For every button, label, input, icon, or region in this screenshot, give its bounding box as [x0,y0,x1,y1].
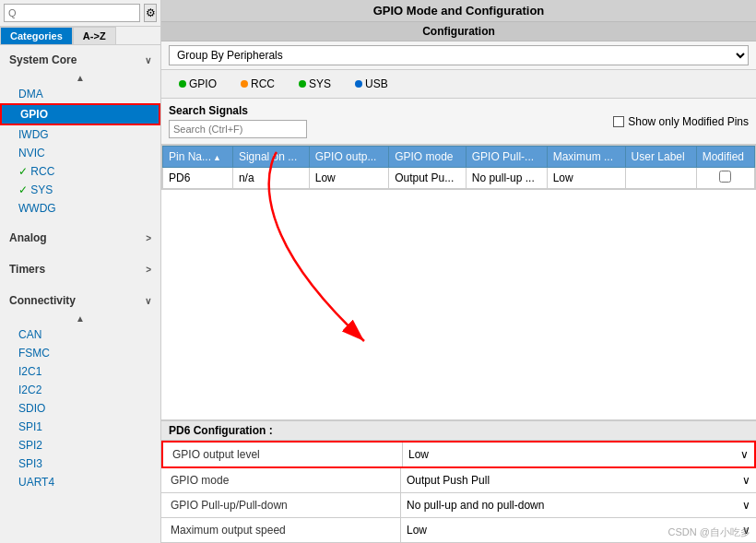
peripheral-select[interactable]: Group By Peripherals [169,45,749,65]
category-timers[interactable]: Timers > [0,258,160,280]
sidebar-item-i2c1[interactable]: I2C1 [0,362,160,381]
config-row-gpio-output: GPIO output level Low ∨ [161,441,756,468]
peripheral-row: Group By Peripherals [161,41,756,70]
col-gpio-pull[interactable]: GPIO Pull-... [466,147,547,168]
scroll-up-icon: ▲ [0,71,160,85]
tab-rcc[interactable]: RCC [230,74,285,94]
category-label: System Core [9,53,77,66]
modified-pins-checkbox[interactable] [613,116,624,127]
table-row[interactable]: PD6 n/a Low Output Pu... No pull-up ... … [163,168,755,189]
config-value-gpio-output[interactable]: Low ∨ [403,444,754,465]
chevron-right-icon: > [146,233,151,243]
gpio-output-value: Low [408,448,429,461]
category-system-core[interactable]: System Core ∨ [0,49,160,71]
col-gpio-output[interactable]: GPIO outp... [309,147,388,168]
modified-pins-label: Show only Modified Pins [628,115,749,128]
cell-gpio-pull: No pull-up ... [466,168,547,189]
max-speed-value: Low [407,524,427,537]
cell-pin: PD6 [163,168,233,189]
config-label-gpio-output: GPIO output level [163,443,403,466]
rcc-dot [241,80,248,88]
tab-usb[interactable]: USB [345,74,398,94]
scroll-up-icon: ▲ [0,312,160,325]
sys-dot [299,80,306,88]
chevron-down-icon: ∨ [742,499,750,512]
category-label: Timers [9,263,45,276]
config-row-gpio-mode: GPIO mode Output Push Pull ∨ [161,468,756,493]
config-label-gpio-pull: GPIO Pull-up/Pull-down [161,493,401,517]
search-signals-left: Search Signals [169,104,307,138]
col-gpio-mode[interactable]: GPIO mode [389,147,467,168]
search-input[interactable] [4,4,140,22]
config-row-gpio-pull: GPIO Pull-up/Pull-down No pull-up and no… [161,493,756,518]
main-content: GPIO Mode and Configuration Configuratio… [161,0,756,543]
sidebar-item-spi1[interactable]: SPI1 [0,418,160,436]
watermark: CSDN @自小吃多 [668,525,750,539]
gpio-mode-value: Output Push Pull [407,474,490,487]
sidebar-item-spi2[interactable]: SPI2 [0,436,160,454]
col-signal-on[interactable]: Signal on ... [232,147,309,168]
modified-row-checkbox[interactable] [719,171,731,183]
usb-dot [355,80,362,88]
pd6-config-header: PD6 Configuration : [161,419,756,441]
cell-gpio-output: Low [309,168,388,189]
table-header-row: Pin Na...▲ Signal on ... GPIO outp... GP… [163,147,755,168]
gpio-dot [179,80,186,88]
chevron-right-icon: > [146,265,151,275]
config-table: GPIO output level Low ∨ GPIO mode Output… [161,441,756,543]
tab-gpio[interactable]: GPIO [169,74,227,94]
sidebar-item-nvic[interactable]: NVIC [0,144,160,162]
tab-sys-label: SYS [309,77,331,90]
modified-pins-check: Show only Modified Pins [613,115,749,128]
config-label-gpio-mode: GPIO mode [161,468,401,492]
gpio-table-container: Pin Na...▲ Signal on ... GPIO outp... GP… [161,145,756,190]
sidebar-item-sys[interactable]: SYS [0,181,160,199]
tab-atoz[interactable]: A->Z [73,27,116,44]
chevron-down-icon: ∨ [740,448,749,461]
sidebar-item-gpio[interactable]: GPIO [0,103,160,125]
sidebar-item-dma[interactable]: DMA [0,85,160,103]
tab-categories[interactable]: Categories [0,27,73,44]
sidebar-item-can[interactable]: CAN [0,325,160,344]
search-signals-label: Search Signals [169,104,307,117]
config-label-max-speed: Maximum output speed [161,518,401,542]
col-maximum[interactable]: Maximum ... [547,147,625,168]
page-title: GPIO Mode and Configuration [161,0,756,22]
gpio-table: Pin Na...▲ Signal on ... GPIO outp... GP… [162,146,755,189]
sidebar-item-i2c2[interactable]: I2C2 [0,381,160,399]
sidebar-item-spi3[interactable]: SPI3 [0,454,160,473]
col-modified[interactable]: Modified [696,147,754,168]
config-label: Configuration [161,22,756,41]
sidebar-item-sdio[interactable]: SDIO [0,399,160,418]
sidebar-content: System Core ∨ ▲ DMA GPIO IWDG NVIC RCC S… [0,45,160,543]
tab-rcc-label: RCC [251,77,275,90]
category-connectivity[interactable]: Connectivity ∨ [0,289,160,312]
col-pin-name[interactable]: Pin Na...▲ [163,147,233,168]
config-value-gpio-mode[interactable]: Output Push Pull ∨ [401,470,756,490]
col-user-label[interactable]: User Label [625,147,696,168]
chevron-down-icon: ∨ [145,55,151,65]
sidebar-item-fsmc[interactable]: FSMC [0,344,160,362]
config-row-max-speed: Maximum output speed Low ∨ [161,518,756,543]
sidebar-item-uart4[interactable]: UART4 [0,473,160,491]
chevron-down-icon: ∨ [145,296,151,306]
cell-modified [696,168,754,189]
tab-sys[interactable]: SYS [289,74,341,94]
sidebar: ⚙ Categories A->Z System Core ∨ ▲ DMA GP… [0,0,161,543]
cell-gpio-mode: Output Pu... [389,168,467,189]
sidebar-item-rcc[interactable]: RCC [0,162,160,181]
cell-signal: n/a [232,168,309,189]
category-label: Analog [9,231,47,244]
sidebar-item-iwdg[interactable]: IWDG [0,125,160,144]
tab-usb-label: USB [365,77,388,90]
gear-button[interactable]: ⚙ [144,4,157,22]
sidebar-tabs: Categories A->Z [0,27,160,45]
category-analog[interactable]: Analog > [0,227,160,249]
config-value-gpio-pull[interactable]: No pull-up and no pull-down ∨ [401,495,756,515]
search-signals-input[interactable] [169,120,307,138]
pin-tabs-row: GPIO RCC SYS USB [161,70,756,99]
search-signals-area: Search Signals Show only Modified Pins [161,99,756,145]
sidebar-item-wwdg[interactable]: WWDG [0,199,160,218]
chevron-down-icon: ∨ [742,474,750,487]
gpio-pull-value: No pull-up and no pull-down [407,499,544,512]
